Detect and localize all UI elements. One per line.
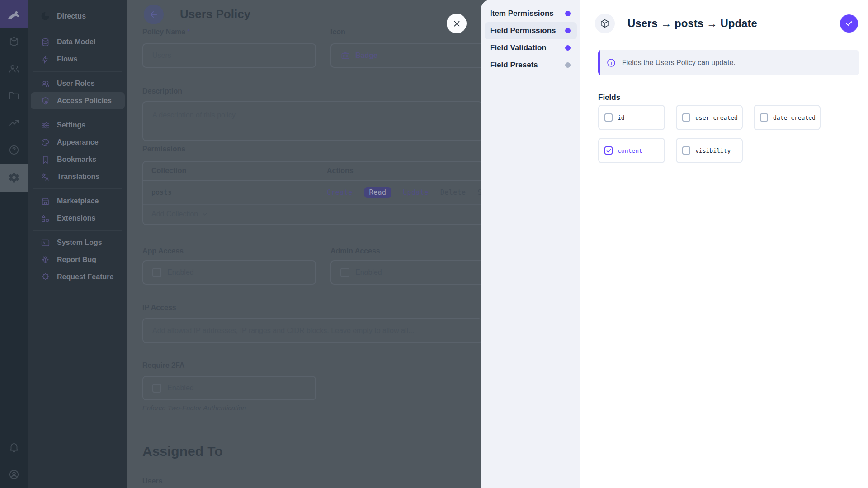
sidebar-item-system-logs[interactable]: System Logs [31,234,125,251]
field-card-content[interactable]: content [598,138,665,163]
sidebar-item-label: Access Policies [57,97,112,105]
icon-input[interactable]: Badge [330,43,481,68]
sidebar-item-request-feature[interactable]: Request Feature [31,268,125,286]
star-icon [41,272,50,282]
sidebar-item-appearance[interactable]: Appearance [31,134,125,151]
description-label: Description [142,87,182,95]
sidebar-item-label: Settings [57,121,85,129]
sidebar-divider [33,71,122,72]
chart-icon [8,117,20,129]
admin-access-label: Admin Access [330,247,380,255]
database-icon [41,38,50,47]
app-access-label: App Access [142,247,184,255]
module-folder[interactable] [0,82,28,109]
sidebar-item-label: System Logs [57,239,102,247]
back-button[interactable] [144,5,164,24]
directus-logo-button[interactable] [0,0,28,28]
module-bar [0,0,28,488]
drawer-nav-field-validation[interactable]: Field Validation [485,39,577,56]
require-2fa-checkbox[interactable]: Enabled [152,384,194,393]
action-create[interactable]: Create [327,188,353,197]
sidebar-item-label: Extensions [57,214,95,222]
checkbox-icon[interactable] [760,113,768,122]
checkbox-icon[interactable] [682,146,690,155]
avatar-icon [8,469,20,480]
admin-access-checkbox[interactable]: Enabled [340,268,382,277]
add-collection-button[interactable]: Add Collection [143,205,481,223]
module-gear[interactable] [0,164,28,192]
sidebar-item-bookmarks[interactable]: Bookmarks [31,151,125,168]
module-bottom [0,434,28,488]
drawer-title: Users → posts → Update [627,17,757,30]
checkbox-icon[interactable] [682,113,690,122]
ip-access-label: IP Access [142,304,176,312]
field-card-date_created[interactable]: date_created [754,105,821,130]
sidebar-item-data-model[interactable]: Data Model [31,33,125,51]
module-avatar[interactable] [0,461,28,488]
sidebar-item-label: Appearance [57,138,99,146]
field-card-visibility[interactable]: visibility [676,138,743,163]
sidebar-item-report-bug[interactable]: Report Bug [31,251,125,268]
checkbox-icon [340,268,349,277]
require-2fa-label: Require 2FA [142,361,184,370]
sidebar-item-label: Data Model [57,38,95,46]
project-name: Directus [57,12,86,20]
sidebar-item-translations[interactable]: Translations [31,168,125,185]
check-small-icon [606,148,612,154]
require-2fa-field: Enabled [142,376,316,400]
permission-row: posts CreateReadUpdateDeleteShare [143,181,481,205]
arrow-left-icon [149,9,159,19]
app-access-checkbox[interactable]: Enabled [152,268,194,277]
chevron-down-icon [201,211,208,218]
module-chart[interactable] [0,109,28,136]
terminal-icon [41,238,50,248]
drawer-nav-field-presets[interactable]: Field Presets [485,56,577,74]
bookmark-icon [41,155,50,164]
status-dot-purple [565,28,571,33]
checkbox-checked-icon[interactable] [604,146,613,155]
module-help[interactable] [0,136,28,164]
module-box[interactable] [0,28,28,55]
save-button[interactable] [840,14,858,33]
tune-icon [41,121,50,130]
sidebar: Directus Data ModelFlowsUser RolesAccess… [28,0,127,488]
sidebar-item-access-policies[interactable]: Access Policies [31,92,125,109]
drawer-nav-label: Field Permissions [490,26,565,35]
sidebar-item-extensions[interactable]: Extensions [31,210,125,227]
collection-name: posts [151,188,172,197]
description-input[interactable]: A description of this policy... [142,101,481,141]
policy-name-label: Policy Name * [142,28,190,36]
required-asterisk: * [188,28,190,35]
field-name: visibility [695,147,731,154]
action-share[interactable]: Share [478,188,481,197]
box-icon [8,36,20,47]
field-card-id[interactable]: id [598,105,665,130]
project-header[interactable]: Directus [28,0,127,33]
sidebar-item-marketplace[interactable]: Marketplace [31,192,125,210]
check-icon [845,19,853,28]
sidebar-divider [33,188,122,189]
sidebar-item-label: User Roles [57,80,95,88]
icon-label: Icon [330,28,345,36]
checkbox-icon[interactable] [604,113,613,122]
drawer: Users → posts → Update Fields the Users … [580,0,868,488]
ip-access-input[interactable]: Add allowed IP addresses, IP ranges and … [142,318,481,343]
action-update[interactable]: Update [403,188,429,197]
module-bell[interactable] [0,434,28,461]
policy-name-value: Users [152,52,171,60]
close-drawer-button[interactable] [447,14,467,33]
field-card-user_created[interactable]: user_created [676,105,743,130]
action-delete[interactable]: Delete [440,188,466,197]
drawer-nav-field-permissions[interactable]: Field Permissions [485,22,577,39]
store-icon [41,197,50,206]
module-people[interactable] [0,55,28,82]
sidebar-item-settings[interactable]: Settings [31,117,125,134]
sidebar-item-label: Flows [57,55,77,63]
sidebar-item-flows[interactable]: Flows [31,51,125,68]
policy-name-input[interactable]: Users [142,43,316,68]
drawer-nav-item-permissions[interactable]: Item Permissions [485,5,577,22]
sidebar-item-user-roles[interactable]: User Roles [31,75,125,92]
actions-column-header: Actions [327,167,354,175]
action-read[interactable]: Read [364,187,392,198]
sidebar-item-label: Marketplace [57,197,99,205]
